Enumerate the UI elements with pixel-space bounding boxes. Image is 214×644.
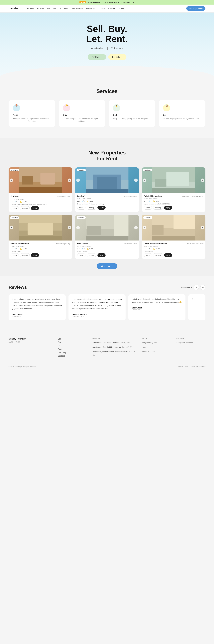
img-next-4[interactable]: ›: [68, 226, 71, 230]
property-grid: Available ‹ › Hoofdweg Amsterdam: [9, 168, 205, 259]
logo[interactable]: hausing: [9, 7, 20, 10]
nav-contact[interactable]: Contact: [108, 8, 115, 10]
img-next-1[interactable]: ›: [68, 178, 71, 182]
img-prev-4[interactable]: ‹: [10, 226, 13, 230]
property-actions-5: Video Viewing Apply: [77, 253, 137, 257]
rent-service-title: Rent: [13, 114, 18, 116]
nav-let[interactable]: Let: [59, 8, 61, 10]
reviewer-date-2: September 2023: [72, 315, 122, 317]
footer-offices-title: OFFICES: [92, 338, 136, 340]
img-prev-1[interactable]: ‹: [10, 178, 13, 182]
footer-link-let[interactable]: Let: [58, 344, 87, 347]
img-prev-2[interactable]: ‹: [76, 178, 80, 182]
apply-btn-3[interactable]: Apply: [164, 206, 172, 210]
apply-btn-4[interactable]: Apply: [31, 253, 39, 257]
property-meta-3: 🛏 1 🚿 1 📐 80 m²: [144, 200, 203, 202]
terms-conditions-link[interactable]: Terms & Conditions: [191, 366, 205, 368]
footer-instagram-link[interactable]: Instagram: [176, 341, 185, 344]
nav-rent[interactable]: Rent: [64, 8, 68, 10]
footer-link-careers[interactable]: Careers: [58, 355, 87, 357]
nav-company[interactable]: Company: [98, 8, 106, 10]
img-next-6[interactable]: ›: [201, 226, 204, 230]
available-badge-5: Available: [77, 216, 86, 219]
property-body-3: Gabriel Metsustraat Amsterdam | Museum Q…: [142, 193, 205, 212]
service-card-buy[interactable]: 🔑 Buy Purchase your dream home with our …: [59, 100, 105, 127]
property-image-4: Available ‹ ›: [9, 215, 72, 240]
property-card-1: Available ‹ › Hoofdweg Amsterdam: [9, 168, 72, 212]
service-card-rent[interactable]: 🏠 Rent Find your perfect rental property…: [9, 100, 55, 127]
video-btn-5[interactable]: Video: [77, 253, 85, 257]
footer-link-rent[interactable]: Rent: [58, 348, 87, 350]
services-grid: 🏠 Rent Find your perfect rental property…: [9, 100, 205, 127]
footer-phone[interactable]: +31 85 800 1441: [142, 350, 171, 353]
video-btn-4[interactable]: Video: [11, 253, 19, 257]
nav-resources[interactable]: Resources: [86, 8, 95, 10]
apply-btn-1[interactable]: Apply: [31, 206, 39, 210]
footer-link-company[interactable]: Company: [58, 351, 87, 354]
nav-for-rent[interactable]: For Rent: [27, 8, 34, 10]
video-btn-6[interactable]: Video: [144, 253, 152, 257]
reviews-next-button[interactable]: →: [200, 285, 205, 290]
footer-link-sell[interactable]: Sell: [58, 338, 87, 340]
properties-title: New Properties For Rent: [9, 150, 205, 162]
property-name-6: Derde Kostverlorenkade: [144, 242, 167, 245]
footer-email-title: EMAIL: [142, 338, 171, 340]
reviews-grid: If you are looking for rent/buy an house…: [9, 294, 205, 320]
property-card-4: Available ‹ › Govert Flinckstraat: [9, 215, 72, 259]
footer-hours-col: Monday – Sunday 09:00 – 17:00: [9, 338, 52, 357]
viewing-btn-6[interactable]: Viewing: [153, 253, 163, 257]
size-6: 📐 45 m²: [153, 248, 160, 250]
let-service-icon: 📋: [163, 104, 170, 112]
sell-service-icon: 💰: [113, 104, 120, 112]
apply-btn-5[interactable]: Apply: [97, 253, 106, 257]
footer-social-col: FOLLOW Instagram LinkedIn: [176, 338, 205, 357]
privacy-policy-link[interactable]: Privacy Policy: [178, 366, 188, 368]
viewing-btn-4[interactable]: Viewing: [20, 253, 30, 257]
property-name-4: Govert Flinckstraat: [11, 242, 29, 245]
rent-service-desc: Find your perfect rental property in Ams…: [13, 117, 51, 123]
apply-btn-6[interactable]: Apply: [164, 253, 172, 257]
service-card-let[interactable]: 📋 Let Let your property with full manage…: [159, 100, 205, 127]
svg-rect-17: [19, 215, 62, 224]
for-sale-button[interactable]: For Sale →: [108, 54, 126, 60]
img-next-5[interactable]: ›: [134, 226, 138, 230]
property-image-6: Available ‹ ›: [142, 215, 205, 240]
review-card-1: If you are looking for rent/buy an house…: [9, 294, 66, 320]
nav-careers[interactable]: Careers: [118, 8, 124, 10]
reviews-title: Reviews: [9, 285, 27, 290]
video-btn-2[interactable]: Video: [77, 206, 85, 210]
viewing-btn-2[interactable]: Viewing: [87, 206, 96, 210]
service-card-sell[interactable]: 💰 Sell Sell your property quickly and at…: [109, 100, 155, 127]
viewing-btn-3[interactable]: Viewing: [153, 206, 163, 210]
img-next-3[interactable]: ›: [201, 178, 204, 182]
nav-for-sale[interactable]: For Sale: [37, 8, 44, 10]
viewing-btn-1[interactable]: Viewing: [20, 206, 30, 210]
svg-rect-29: [152, 236, 195, 240]
img-prev-3[interactable]: ‹: [143, 178, 146, 182]
nav-sell[interactable]: Sell: [47, 8, 50, 10]
footer-link-buy[interactable]: Buy: [58, 341, 87, 343]
video-btn-1[interactable]: Video: [11, 206, 19, 210]
apply-btn-2[interactable]: Apply: [97, 206, 106, 210]
top-banner[interactable]: News! We are hiring for our Rotterdam of…: [0, 0, 214, 4]
reviewer-2: Roeland van Ons September 2023: [72, 313, 122, 317]
size-3: 📐 80 m²: [153, 200, 160, 202]
for-rent-button[interactable]: For Rent →: [88, 54, 106, 60]
nav-other-services[interactable]: Other Services: [71, 8, 83, 10]
footer-email[interactable]: info@hausing.com: [142, 341, 171, 344]
sell-service-title: Sell: [113, 114, 117, 116]
footer-grid: Monday – Sunday 09:00 – 17:00 Sell Buy L…: [9, 338, 205, 357]
property-body-6: Derde Kostverlorenkade Amsterdam | Oud-W…: [142, 240, 205, 259]
view-more-button[interactable]: View more →: [97, 263, 117, 269]
img-prev-5[interactable]: ‹: [76, 226, 80, 230]
img-prev-6[interactable]: ‹: [143, 226, 146, 230]
img-next-2[interactable]: ›: [134, 178, 138, 182]
reviews-prev-button[interactable]: ←: [194, 285, 199, 290]
review-card-3: Unbelievably fast and super helpful serv…: [128, 294, 185, 320]
property-owners-button[interactable]: Property Owners: [186, 6, 205, 11]
nav-buy[interactable]: Buy: [53, 8, 56, 10]
viewing-btn-5[interactable]: Viewing: [87, 253, 96, 257]
buy-service-desc: Purchase your dream home with our expert…: [63, 117, 101, 123]
footer-linkedin-link[interactable]: LinkedIn: [186, 341, 193, 344]
video-btn-3[interactable]: Video: [144, 206, 152, 210]
